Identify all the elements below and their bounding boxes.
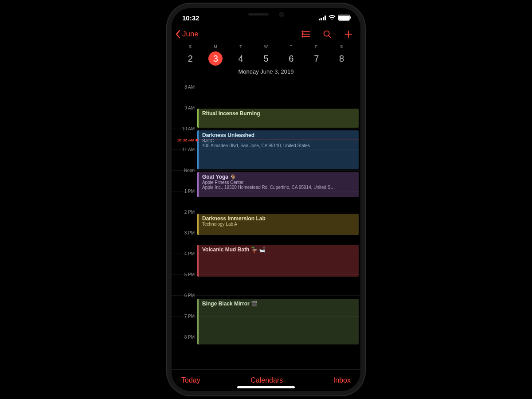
day-number: 3 <box>208 51 223 66</box>
event-location: Apple Fitness Center <box>202 180 356 185</box>
week-header: S2M3T4W5T6F7S8 <box>172 42 360 66</box>
calendar-event[interactable]: Darkness Immersion LabTechnology Lab A <box>197 214 359 235</box>
day-number: 6 <box>278 51 304 66</box>
inbox-button[interactable]: Inbox <box>333 376 351 384</box>
day-letter: T <box>228 44 254 49</box>
hour-label: 10 AM <box>172 126 197 131</box>
day-timeline[interactable]: 8 AM9 AM10 AM11 AMNoon1 PM2 PM3 PM4 PM5 … <box>172 78 360 369</box>
day-letter: S <box>329 44 354 49</box>
today-button[interactable]: Today <box>181 376 200 384</box>
calendars-button[interactable]: Calendars <box>250 376 283 384</box>
day-number: 8 <box>329 51 354 66</box>
event-address: 408 Almaden Blvd, San Jose, CA 95110, Un… <box>202 143 356 148</box>
battery-icon <box>338 15 350 21</box>
status-time: 10:32 <box>182 14 199 22</box>
phone-screen: 10:32 June <box>172 8 360 391</box>
day-column[interactable]: S2 <box>178 44 203 66</box>
hour-label: 8 PM <box>172 334 197 339</box>
event-title: Ritual Incense Burning <box>202 110 356 117</box>
svg-point-4 <box>302 34 303 35</box>
hour-label: 11 AM <box>172 147 197 152</box>
event-title: Darkness Immersion Lab <box>202 215 356 222</box>
event-title: Darkness Unleashed <box>202 132 356 138</box>
event-title: Goat Yoga 🐐 <box>202 174 356 180</box>
calendar-event[interactable]: Volcanic Mud Bath 🦆 🛁 <box>197 245 359 277</box>
hour-label: 3 PM <box>172 230 197 235</box>
wifi-icon <box>329 15 336 21</box>
nav-bar: June <box>172 27 360 42</box>
add-event-icon[interactable] <box>344 29 353 39</box>
hour-label: 8 AM <box>172 84 197 89</box>
search-icon[interactable] <box>322 29 332 39</box>
list-view-icon[interactable] <box>301 29 311 39</box>
day-column[interactable]: W5 <box>254 44 279 66</box>
day-number: 2 <box>178 51 203 66</box>
display-notch <box>226 8 306 20</box>
current-time-indicator: 10:32 AM <box>172 140 359 140</box>
day-letter: M <box>203 44 228 49</box>
day-number: 7 <box>304 51 329 66</box>
event-address: Apple Inc., 19500 Homestead Rd, Cupertin… <box>202 185 356 190</box>
hour-label: Noon <box>172 168 197 172</box>
calendar-event[interactable]: Goat Yoga 🐐Apple Fitness CenterApple Inc… <box>197 172 359 198</box>
day-letter: S <box>178 44 203 49</box>
hour-label: 1 PM <box>172 188 197 193</box>
day-column[interactable]: T6 <box>278 44 304 66</box>
calendar-event[interactable]: Ritual Incense Burning <box>197 109 359 128</box>
hour-label: 6 PM <box>172 293 197 297</box>
event-title: Volcanic Mud Bath 🦆 🛁 <box>202 246 356 253</box>
hour-label: 2 PM <box>172 209 197 214</box>
hour-label: 5 PM <box>172 272 197 277</box>
day-letter: W <box>254 44 279 49</box>
day-column[interactable]: T4 <box>228 44 254 66</box>
day-letter: T <box>278 44 304 49</box>
full-date-label: Monday June 3, 2019 <box>172 68 360 75</box>
phone-frame: 10:32 June <box>166 3 366 396</box>
calendar-event[interactable]: Darkness UnleashedSJCC408 Almaden Blvd, … <box>197 130 359 169</box>
back-label: June <box>182 30 199 39</box>
day-column[interactable]: M3 <box>203 44 228 66</box>
svg-point-3 <box>302 31 303 32</box>
event-location: Technology Lab A <box>202 222 356 227</box>
day-number: 4 <box>228 51 254 66</box>
day-number: 5 <box>254 51 279 66</box>
day-column[interactable]: F7 <box>304 44 329 66</box>
home-indicator[interactable] <box>237 386 295 388</box>
hour-label: 4 PM <box>172 251 197 256</box>
event-location: SJCC <box>202 138 356 143</box>
svg-point-5 <box>302 36 303 37</box>
current-time-label: 10:32 AM <box>172 138 196 142</box>
cellular-icon <box>319 16 326 20</box>
day-column[interactable]: S8 <box>329 44 354 66</box>
back-button[interactable]: June <box>175 30 199 39</box>
event-title: Binge Black Mirror 🎬 <box>202 301 356 307</box>
hour-label: 7 PM <box>172 313 197 318</box>
day-letter: F <box>304 44 329 49</box>
hour-label: 9 AM <box>172 105 197 110</box>
calendar-event[interactable]: Binge Black Mirror 🎬 <box>197 299 359 344</box>
svg-line-7 <box>329 35 330 37</box>
